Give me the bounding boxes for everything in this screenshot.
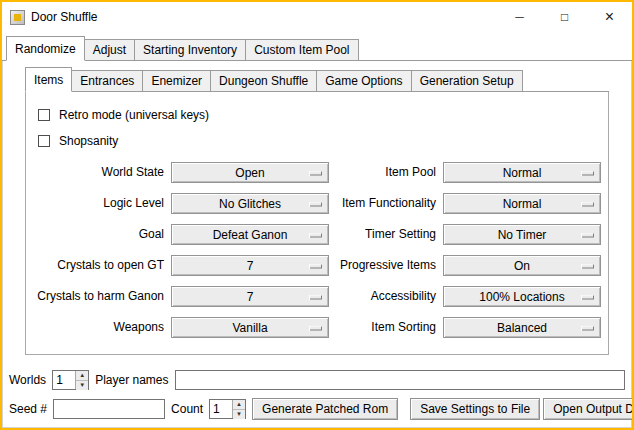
weapons-dropdown[interactable]: Vanilla [171,317,329,338]
dropdown-indicator-icon [309,232,322,237]
subtab-generation-setup[interactable]: Generation Setup [411,70,523,92]
player-names-input[interactable] [175,370,626,390]
items-panel: Retro mode (universal keys) Shopsanity W… [25,92,609,355]
accessibility-value: 100% Locations [479,290,564,304]
dropdown-indicator-icon [309,170,322,175]
world-state-value: Open [235,166,264,180]
window-title: Door Shuffle [31,10,98,24]
player-names-label: Player names [95,373,168,387]
count-spinner: ▲ ▼ [209,399,246,419]
progressive-items-dropdown[interactable]: On [443,255,601,276]
seed-label: Seed # [9,402,47,416]
minimize-icon[interactable]: ─ [497,2,542,32]
seed-input[interactable] [53,399,165,419]
crystals-harm-ganon-value: 7 [247,290,254,304]
logic-level-label: Logic Level [36,193,164,214]
crystals-open-gt-dropdown[interactable]: 7 [171,255,329,276]
dropdown-indicator-icon [309,294,322,299]
dropdown-indicator-icon [581,170,594,175]
subtab-enemizer[interactable]: Enemizer [142,70,211,92]
close-icon[interactable]: × [587,2,632,32]
weapons-label: Weapons [36,317,164,338]
open-output-directory-button[interactable]: Open Output Directory [543,398,634,420]
item-functionality-dropdown[interactable]: Normal [443,193,601,214]
crystals-harm-ganon-dropdown[interactable]: 7 [171,286,329,307]
retro-mode-label: Retro mode (universal keys) [59,108,209,122]
dropdown-indicator-icon [309,263,322,268]
crystals-harm-ganon-label: Crystals to harm Ganon [36,286,164,307]
subtab-entrances[interactable]: Entrances [71,70,143,92]
spacer [3,355,631,366]
tab-adjust[interactable]: Adjust [84,39,135,61]
shopsanity-checkbox[interactable] [38,135,50,147]
caption-buttons: ─ □ × [497,2,632,32]
item-pool-value: Normal [503,166,542,180]
item-sorting-dropdown[interactable]: Balanced [443,317,601,338]
retro-mode-checkbox[interactable] [38,109,50,121]
count-label: Count [171,402,203,416]
item-sorting-value: Balanced [497,321,547,335]
crystals-open-gt-label: Crystals to open GT [36,255,164,276]
count-spinner-buttons: ▲ ▼ [232,400,245,418]
main-tab-strip: Randomize Adjust Starting Inventory Cust… [2,32,632,61]
worlds-label: Worlds [9,373,46,387]
sub-tab-strip: Items Entrances Enemizer Dungeon Shuffle… [25,66,609,92]
subtab-dungeon-shuffle[interactable]: Dungeon Shuffle [210,70,317,92]
item-pool-dropdown[interactable]: Normal [443,162,601,183]
worlds-spinner-buttons: ▲ ▼ [75,371,88,389]
dropdown-indicator-icon [581,325,594,330]
count-input[interactable] [210,400,232,418]
weapons-value: Vanilla [232,321,267,335]
dropdown-indicator-icon [309,201,322,206]
spin-down-icon[interactable]: ▼ [233,409,245,419]
accessibility-dropdown[interactable]: 100% Locations [443,286,601,307]
logic-level-dropdown[interactable]: No Glitches [171,193,329,214]
accessibility-label: Accessibility [336,286,436,307]
randomize-panel: Items Entrances Enemizer Dungeon Shuffle… [2,61,632,428]
item-functionality-label: Item Functionality [336,193,436,214]
dropdown-indicator-icon [581,294,594,299]
generate-patched-rom-button[interactable]: Generate Patched Rom [252,398,398,420]
spin-down-icon[interactable]: ▼ [76,380,88,390]
dropdown-indicator-icon [309,325,322,330]
timer-setting-dropdown[interactable]: No Timer [443,224,601,245]
progressive-items-label: Progressive Items [336,255,436,276]
dropdown-indicator-icon [581,263,594,268]
goal-dropdown[interactable]: Defeat Ganon [171,224,329,245]
retro-mode-row: Retro mode (universal keys) [38,105,596,124]
goal-value: Defeat Ganon [213,228,288,242]
worlds-input[interactable] [53,371,75,389]
item-functionality-value: Normal [503,197,542,211]
dropdown-indicator-icon [581,232,594,237]
subtab-game-options[interactable]: Game Options [316,70,411,92]
titlebar: Door Shuffle ─ □ × [2,2,632,32]
shopsanity-label: Shopsanity [59,134,118,148]
spin-up-icon[interactable]: ▲ [76,371,88,380]
window: Door Shuffle ─ □ × Randomize Adjust Star… [0,0,634,430]
dropdown-indicator-icon [581,201,594,206]
crystals-open-gt-value: 7 [247,259,254,273]
progressive-items-value: On [514,259,530,273]
options-grid: World State Open Item Pool Normal Logic … [36,162,598,338]
tab-custom-item-pool[interactable]: Custom Item Pool [245,39,358,61]
world-state-label: World State [36,162,164,183]
subtab-items[interactable]: Items [25,67,72,92]
seed-row: Seed # Count ▲ ▼ Generate Patched Rom Sa… [3,398,631,420]
goal-label: Goal [36,224,164,245]
world-state-dropdown[interactable]: Open [171,162,329,183]
logic-level-value: No Glitches [219,197,281,211]
shopsanity-row: Shopsanity [38,131,596,150]
timer-setting-value: No Timer [498,228,547,242]
maximize-icon[interactable]: □ [542,2,587,32]
save-settings-button[interactable]: Save Settings to File [410,398,540,420]
tab-randomize[interactable]: Randomize [6,36,85,61]
timer-setting-label: Timer Setting [336,224,436,245]
worlds-spinner: ▲ ▼ [52,370,89,390]
tab-starting-inventory[interactable]: Starting Inventory [134,39,246,61]
item-pool-label: Item Pool [336,162,436,183]
worlds-row: Worlds ▲ ▼ Player names [3,370,631,390]
spin-up-icon[interactable]: ▲ [233,400,245,409]
item-sorting-label: Item Sorting [336,317,436,338]
app-icon [10,10,25,25]
